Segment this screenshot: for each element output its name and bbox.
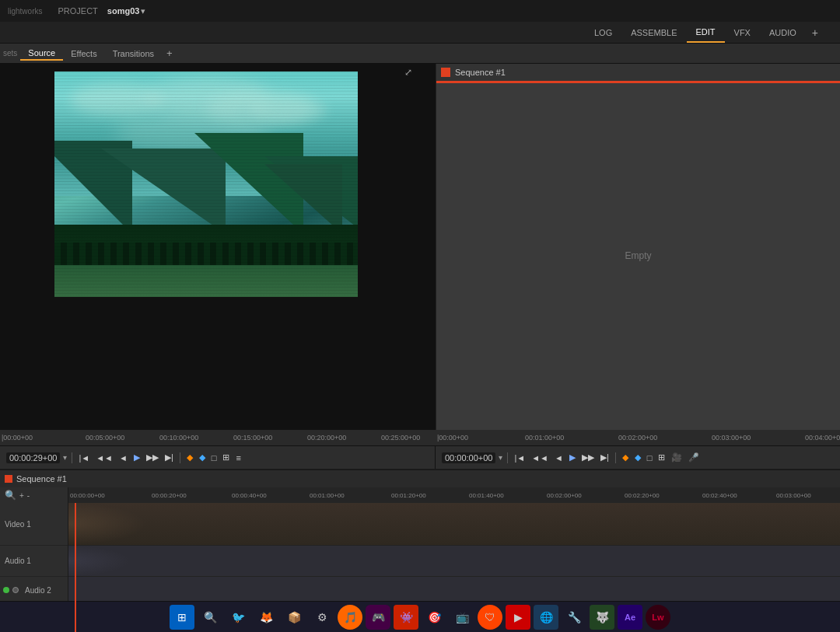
seq-go-start[interactable]: |◄ <box>513 452 527 463</box>
seq-play[interactable]: ▶ <box>568 452 577 463</box>
tab-transitions[interactable]: Transitions <box>105 47 162 60</box>
seq-audio[interactable]: 🎤 <box>687 452 701 463</box>
audio1-label-text: Audio 1 <box>5 557 31 565</box>
tab-vfx[interactable]: VFX <box>725 22 760 43</box>
taskbar-bird[interactable]: 🐦 <box>226 605 250 630</box>
taskbar-icon15[interactable]: 🐺 <box>590 605 614 630</box>
playhead <box>75 503 76 632</box>
sequence-preview: Empty <box>436 81 840 430</box>
seq-rewind[interactable]: ◄◄ <box>530 452 550 463</box>
taskbar-music[interactable]: 🎵 <box>338 605 362 630</box>
seq-ruler-mark-3: 00:03:00+00 <box>712 434 751 442</box>
ruler-mark-2: 00:10:00+00 <box>159 434 198 442</box>
taskbar-settings[interactable]: ⚙ <box>310 605 334 630</box>
video-thumbnail <box>54 72 358 297</box>
tl-mark-3: 00:01:00+00 <box>310 492 345 499</box>
zoom-controls: 🔍 + - <box>0 487 68 503</box>
timeline-title: Sequence #1 <box>16 474 67 484</box>
add-tab-button[interactable]: + <box>806 26 824 39</box>
main-panels: ⤢ <box>0 64 840 430</box>
tl-mark-0: 00:00:00+00 <box>70 492 105 499</box>
source-timecode[interactable]: 00:00:29+00 <box>6 452 60 463</box>
ruler-mark-5: 00:25:00+00 <box>381 434 420 442</box>
marker-btn[interactable]: □ <box>210 452 219 463</box>
seq-step-fwd[interactable]: ▶▶ <box>580 452 596 463</box>
ruler-mark-4: 00:20:00+00 <box>307 434 346 442</box>
audio1-track <box>68 546 840 577</box>
transport-go-start[interactable]: |◄ <box>77 452 91 463</box>
video1-label-text: Video 1 <box>5 520 31 529</box>
video1-track <box>68 503 840 546</box>
project-dropdown[interactable]: ▾ <box>141 6 145 16</box>
sequence-header: Sequence #1 <box>436 64 840 81</box>
transport-step-back[interactable]: ◄ <box>117 452 129 463</box>
zoom-out-button[interactable]: + <box>19 491 24 500</box>
audio2-label: Audio 2 <box>0 577 68 604</box>
taskbar-icon12[interactable]: ▶ <box>506 605 530 630</box>
taskbar: ⊞ 🔍 🐦 🦊 📦 ⚙ 🎵 🎮 👾 🎯 📺 🛡 ▶ 🌐 🔧 🐺 Ae Lw <box>0 601 840 632</box>
transport-rewind[interactable]: ◄◄ <box>94 452 114 463</box>
taskbar-icon8[interactable]: 👾 <box>394 605 418 630</box>
seq-step-back[interactable]: ◄ <box>553 452 565 463</box>
tl-mark-8: 00:02:40+00 <box>702 492 737 499</box>
taskbar-icon14[interactable]: 🔧 <box>562 605 586 630</box>
project-label: PROJECT <box>58 6 97 16</box>
zoom-in-button[interactable]: 🔍 <box>5 490 16 501</box>
taskbar-reddit[interactable]: 🛡 <box>478 605 502 630</box>
taskbar-box[interactable]: 📦 <box>282 605 306 630</box>
taskbar-search[interactable]: 🔍 <box>198 605 222 630</box>
ruler-mark-0: |00:00+00 <box>2 434 33 442</box>
source-video-preview[interactable]: ⤢ <box>0 64 436 430</box>
seq-grid[interactable]: ⊞ <box>656 452 667 463</box>
transport-step-fwd[interactable]: ▶▶ <box>145 452 160 463</box>
tab-source[interactable]: Source <box>20 47 63 61</box>
taskbar-steam[interactable]: 🌐 <box>534 605 558 630</box>
taskbar-game[interactable]: 🎮 <box>366 605 390 630</box>
tab-audio[interactable]: AUDIO <box>760 22 806 43</box>
zoom-minus-button[interactable]: - <box>27 491 30 500</box>
seq-go-end[interactable]: ▶| <box>599 452 611 463</box>
transport-go-end[interactable]: ▶| <box>163 452 175 463</box>
out-point-btn[interactable]: ◆ <box>198 452 207 463</box>
project-name: somg03 <box>107 6 140 16</box>
ruler-mark-1: 00:05:00+00 <box>86 434 124 442</box>
seq-cam[interactable]: 🎥 <box>670 452 684 463</box>
grid-btn[interactable]: ⊞ <box>221 452 231 463</box>
tl-mark-4: 00:01:20+00 <box>391 492 426 499</box>
timeline-header: Sequence #1 <box>0 470 840 487</box>
audio1-label: Audio 1 <box>0 546 68 577</box>
tab-assemble[interactable]: ASSEMBLE <box>621 22 686 43</box>
more-btn[interactable]: ≡ <box>234 452 242 463</box>
sequence-title: Sequence #1 <box>455 68 506 77</box>
tl-mark-5: 00:01:40+00 <box>469 492 504 499</box>
add-sub-tab-button[interactable]: + <box>162 47 177 59</box>
expand-icon[interactable]: ⤢ <box>404 67 412 78</box>
taskbar-icon10[interactable]: 📺 <box>450 605 474 630</box>
tl-mark-1: 00:00:20+00 <box>152 492 187 499</box>
audio2-label-text: Audio 2 <box>25 586 51 595</box>
tab-log[interactable]: LOG <box>585 22 621 43</box>
in-point-btn[interactable]: ◆ <box>185 452 194 463</box>
tl-mark-2: 00:00:40+00 <box>232 492 267 499</box>
taskbar-icon9[interactable]: 🎯 <box>422 605 446 630</box>
source-panel: ⤢ <box>0 64 436 430</box>
ruler-mark-3: 00:15:00+00 <box>233 434 272 442</box>
app-name: lightworks <box>8 7 42 16</box>
seq-out-point[interactable]: ◆ <box>633 452 642 463</box>
tab-edit[interactable]: EDIT <box>687 22 725 43</box>
seq-in-point[interactable]: ◆ <box>621 452 630 463</box>
seq-ruler-mark-2: 00:02:00+00 <box>618 434 657 442</box>
tab-effects[interactable]: Effects <box>63 47 104 60</box>
transport-play[interactable]: ▶ <box>132 452 142 463</box>
ruler-row: |00:00+00 00:05:00+00 00:10:00+00 00:15:… <box>0 430 840 445</box>
sub-nav: sets Source Effects Transitions + <box>0 44 840 64</box>
taskbar-ae[interactable]: Ae <box>618 605 642 630</box>
taskbar-firefox[interactable]: 🦊 <box>254 605 278 630</box>
timeline-ruler-row: 🔍 + - 00:00:00+00 00:00:20+00 00:00:40+0… <box>0 487 840 503</box>
video1-label: Video 1 <box>0 503 68 546</box>
taskbar-lightworks[interactable]: Lw <box>646 605 670 630</box>
sequence-timecode[interactable]: 00:00:00+00 <box>442 452 495 463</box>
taskbar-start[interactable]: ⊞ <box>170 605 194 630</box>
seq-ruler-mark-1: 00:01:00+00 <box>525 434 564 442</box>
seq-marker[interactable]: □ <box>646 452 654 463</box>
